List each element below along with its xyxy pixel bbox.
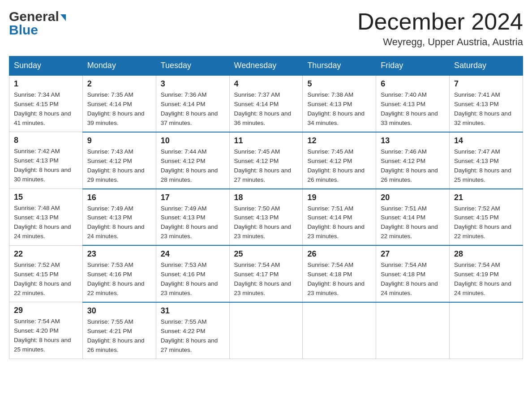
day-info: Sunrise: 7:42 AMSunset: 4:13 PMDaylight:… (14, 147, 78, 184)
day-info: Sunrise: 7:54 AMSunset: 4:20 PMDaylight:… (14, 317, 78, 355)
header-day-tuesday: Tuesday (156, 56, 229, 76)
day-info: Sunrise: 7:52 AMSunset: 4:15 PMDaylight:… (454, 204, 518, 242)
day-info: Sunrise: 7:55 AMSunset: 4:21 PMDaylight:… (87, 317, 151, 355)
calendar-cell: 30Sunrise: 7:55 AMSunset: 4:21 PMDayligh… (82, 302, 156, 359)
day-number: 15 (14, 193, 78, 202)
day-number: 2 (87, 79, 151, 89)
calendar-cell: 24Sunrise: 7:53 AMSunset: 4:16 PMDayligh… (156, 245, 229, 302)
day-info: Sunrise: 7:45 AMSunset: 4:12 PMDaylight:… (234, 147, 298, 185)
day-info: Sunrise: 7:53 AMSunset: 4:16 PMDaylight:… (87, 261, 151, 298)
day-number: 23 (87, 249, 151, 259)
calendar-cell: 31Sunrise: 7:55 AMSunset: 4:22 PMDayligh… (156, 302, 229, 359)
calendar-cell: 5Sunrise: 7:38 AMSunset: 4:13 PMDaylight… (303, 75, 376, 132)
day-info: Sunrise: 7:49 AMSunset: 4:13 PMDaylight:… (161, 204, 225, 242)
day-info: Sunrise: 7:40 AMSunset: 4:13 PMDaylight:… (381, 90, 445, 128)
day-number: 12 (307, 136, 371, 146)
calendar-cell: 9Sunrise: 7:43 AMSunset: 4:12 PMDaylight… (82, 132, 156, 189)
day-info: Sunrise: 7:41 AMSunset: 4:13 PMDaylight:… (454, 90, 518, 128)
day-info: Sunrise: 7:54 AMSunset: 4:18 PMDaylight:… (307, 261, 371, 298)
calendar-cell: 13Sunrise: 7:46 AMSunset: 4:12 PMDayligh… (376, 132, 450, 189)
header-day-saturday: Saturday (450, 56, 523, 76)
calendar-cell (450, 302, 523, 359)
header-day-thursday: Thursday (303, 56, 376, 76)
calendar-cell (303, 302, 376, 359)
calendar-cell: 19Sunrise: 7:51 AMSunset: 4:14 PMDayligh… (303, 189, 376, 246)
day-info: Sunrise: 7:50 AMSunset: 4:13 PMDaylight:… (234, 204, 298, 242)
calendar-cell: 10Sunrise: 7:44 AMSunset: 4:12 PMDayligh… (156, 132, 229, 189)
calendar-cell: 21Sunrise: 7:52 AMSunset: 4:15 PMDayligh… (450, 189, 523, 246)
day-info: Sunrise: 7:34 AMSunset: 4:15 PMDaylight:… (14, 90, 78, 128)
month-title: December 2024 (357, 9, 523, 34)
calendar-cell: 11Sunrise: 7:45 AMSunset: 4:12 PMDayligh… (229, 132, 303, 189)
day-number: 8 (14, 136, 78, 145)
day-number: 28 (454, 249, 518, 259)
day-number: 10 (161, 136, 225, 146)
day-info: Sunrise: 7:54 AMSunset: 4:18 PMDaylight:… (381, 261, 445, 298)
calendar-cell: 8Sunrise: 7:42 AMSunset: 4:13 PMDaylight… (9, 132, 83, 189)
calendar-cell: 3Sunrise: 7:36 AMSunset: 4:14 PMDaylight… (156, 75, 229, 132)
day-info: Sunrise: 7:54 AMSunset: 4:17 PMDaylight:… (234, 261, 298, 298)
day-number: 29 (14, 306, 78, 315)
calendar-cell: 12Sunrise: 7:45 AMSunset: 4:12 PMDayligh… (303, 132, 376, 189)
day-info: Sunrise: 7:54 AMSunset: 4:19 PMDaylight:… (454, 261, 518, 298)
day-number: 3 (161, 79, 225, 89)
calendar-cell: 28Sunrise: 7:54 AMSunset: 4:19 PMDayligh… (450, 245, 523, 302)
day-number: 4 (234, 79, 298, 89)
day-number: 24 (161, 249, 225, 259)
calendar-cell: 6Sunrise: 7:40 AMSunset: 4:13 PMDaylight… (376, 75, 450, 132)
day-info: Sunrise: 7:49 AMSunset: 4:13 PMDaylight:… (87, 204, 151, 242)
day-number: 31 (161, 306, 225, 316)
calendar-table: SundayMondayTuesdayWednesdayThursdayFrid… (9, 56, 523, 359)
calendar-cell: 15Sunrise: 7:48 AMSunset: 4:13 PMDayligh… (9, 189, 83, 246)
day-number: 30 (87, 306, 151, 316)
calendar-cell: 23Sunrise: 7:53 AMSunset: 4:16 PMDayligh… (82, 245, 156, 302)
calendar-cell: 4Sunrise: 7:37 AMSunset: 4:14 PMDaylight… (229, 75, 303, 132)
calendar-header-row: SundayMondayTuesdayWednesdayThursdayFrid… (9, 56, 523, 76)
day-number: 6 (381, 79, 445, 89)
day-number: 21 (454, 193, 518, 202)
logo: General Blue (9, 9, 66, 37)
header-day-wednesday: Wednesday (229, 56, 303, 76)
day-info: Sunrise: 7:53 AMSunset: 4:16 PMDaylight:… (161, 261, 225, 298)
header-day-friday: Friday (376, 56, 450, 76)
day-number: 16 (87, 193, 151, 202)
header-day-monday: Monday (82, 56, 156, 76)
calendar-cell: 26Sunrise: 7:54 AMSunset: 4:18 PMDayligh… (303, 245, 376, 302)
day-info: Sunrise: 7:52 AMSunset: 4:15 PMDaylight:… (14, 261, 78, 298)
week-row-5: 29Sunrise: 7:54 AMSunset: 4:20 PMDayligh… (9, 302, 523, 359)
calendar-cell: 2Sunrise: 7:35 AMSunset: 4:14 PMDaylight… (82, 75, 156, 132)
day-number: 20 (381, 193, 445, 202)
day-number: 9 (87, 136, 151, 146)
day-info: Sunrise: 7:45 AMSunset: 4:12 PMDaylight:… (307, 147, 371, 185)
week-row-1: 1Sunrise: 7:34 AMSunset: 4:15 PMDaylight… (9, 75, 523, 132)
title-area: December 2024 Weyregg, Upper Austria, Au… (357, 9, 523, 48)
day-number: 5 (307, 79, 371, 89)
day-number: 1 (14, 79, 78, 89)
day-number: 7 (454, 79, 518, 89)
day-number: 14 (454, 136, 518, 146)
day-info: Sunrise: 7:47 AMSunset: 4:13 PMDaylight:… (454, 147, 518, 185)
calendar-cell: 1Sunrise: 7:34 AMSunset: 4:15 PMDaylight… (9, 75, 83, 132)
day-number: 19 (307, 193, 371, 202)
week-row-3: 15Sunrise: 7:48 AMSunset: 4:13 PMDayligh… (9, 189, 523, 246)
location-title: Weyregg, Upper Austria, Austria (357, 36, 523, 48)
day-info: Sunrise: 7:37 AMSunset: 4:14 PMDaylight:… (234, 90, 298, 128)
calendar-cell: 25Sunrise: 7:54 AMSunset: 4:17 PMDayligh… (229, 245, 303, 302)
day-number: 17 (161, 193, 225, 202)
day-number: 18 (234, 193, 298, 202)
day-number: 27 (381, 249, 445, 259)
calendar-cell (229, 302, 303, 359)
logo-blue-text: Blue (9, 23, 38, 37)
week-row-4: 22Sunrise: 7:52 AMSunset: 4:15 PMDayligh… (9, 245, 523, 302)
calendar-cell: 17Sunrise: 7:49 AMSunset: 4:13 PMDayligh… (156, 189, 229, 246)
day-number: 11 (234, 136, 298, 146)
day-number: 26 (307, 249, 371, 259)
day-info: Sunrise: 7:38 AMSunset: 4:13 PMDaylight:… (307, 90, 371, 128)
day-info: Sunrise: 7:35 AMSunset: 4:14 PMDaylight:… (87, 90, 151, 128)
calendar-cell (376, 302, 450, 359)
day-info: Sunrise: 7:36 AMSunset: 4:14 PMDaylight:… (161, 90, 225, 128)
day-info: Sunrise: 7:51 AMSunset: 4:14 PMDaylight:… (307, 204, 371, 242)
calendar-cell: 18Sunrise: 7:50 AMSunset: 4:13 PMDayligh… (229, 189, 303, 246)
header: General Blue December 2024 Weyregg, Uppe… (9, 9, 523, 48)
day-info: Sunrise: 7:46 AMSunset: 4:12 PMDaylight:… (381, 147, 445, 185)
